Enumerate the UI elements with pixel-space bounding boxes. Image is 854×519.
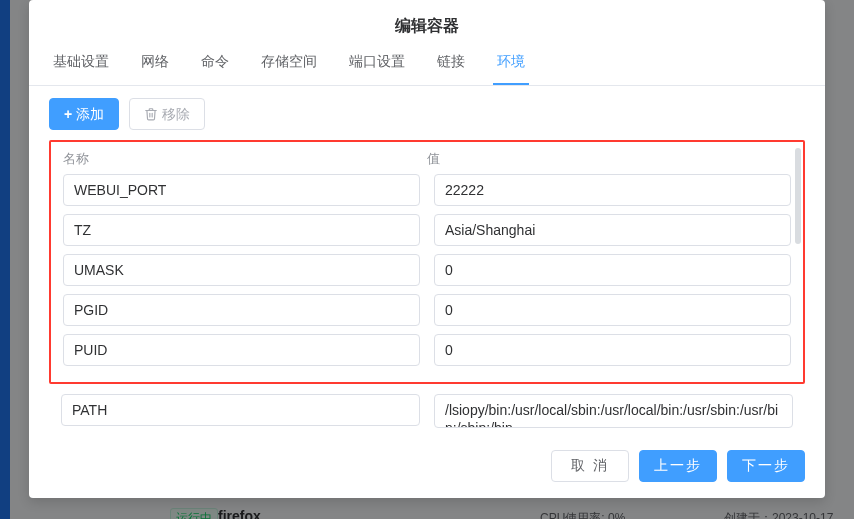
tab-environment[interactable]: 环境 xyxy=(493,51,529,85)
tab-storage[interactable]: 存储空间 xyxy=(257,51,321,85)
plus-icon: + xyxy=(64,107,72,121)
env-toolbar: + 添加 移除 xyxy=(29,86,825,140)
table-row xyxy=(63,334,791,366)
env-value-input[interactable] xyxy=(434,174,791,206)
tab-network[interactable]: 网络 xyxy=(137,51,173,85)
env-rows xyxy=(51,174,803,366)
trash-icon xyxy=(144,107,158,121)
env-name-input[interactable] xyxy=(63,174,420,206)
env-name-input[interactable] xyxy=(63,254,420,286)
env-name-input[interactable] xyxy=(63,294,420,326)
env-value-input[interactable] xyxy=(434,334,791,366)
header-value: 值 xyxy=(427,150,791,168)
env-name-input[interactable] xyxy=(61,394,420,426)
dialog-footer: 取 消 上一步 下一步 xyxy=(29,436,825,498)
remove-button[interactable]: 移除 xyxy=(129,98,205,130)
table-row xyxy=(63,294,791,326)
env-table-highlight: 名称 值 xyxy=(49,140,805,384)
env-table-header: 名称 值 xyxy=(51,142,803,174)
env-value-input[interactable] xyxy=(434,214,791,246)
add-button-label: 添加 xyxy=(76,99,104,129)
tab-basic[interactable]: 基础设置 xyxy=(49,51,113,85)
cancel-button[interactable]: 取 消 xyxy=(551,450,629,482)
env-value-input[interactable] xyxy=(434,294,791,326)
table-row xyxy=(49,394,805,428)
env-value-input[interactable] xyxy=(434,394,793,428)
dialog-title: 编辑容器 xyxy=(29,0,825,51)
next-step-button[interactable]: 下一步 xyxy=(727,450,805,482)
tab-command[interactable]: 命令 xyxy=(197,51,233,85)
env-name-input[interactable] xyxy=(63,214,420,246)
header-name: 名称 xyxy=(63,150,427,168)
dialog-tabs: 基础设置 网络 命令 存储空间 端口设置 链接 环境 xyxy=(29,51,825,86)
table-row xyxy=(63,174,791,206)
env-name-input[interactable] xyxy=(63,334,420,366)
prev-step-button[interactable]: 上一步 xyxy=(639,450,717,482)
scrollbar-thumb[interactable] xyxy=(795,148,801,244)
remove-button-label: 移除 xyxy=(162,99,190,129)
tab-port[interactable]: 端口设置 xyxy=(345,51,409,85)
env-value-input[interactable] xyxy=(434,254,791,286)
table-row xyxy=(63,254,791,286)
tab-link[interactable]: 链接 xyxy=(433,51,469,85)
add-button[interactable]: + 添加 xyxy=(49,98,119,130)
edit-container-dialog: 编辑容器 基础设置 网络 命令 存储空间 端口设置 链接 环境 + 添加 移除 … xyxy=(29,0,825,498)
table-row xyxy=(63,214,791,246)
